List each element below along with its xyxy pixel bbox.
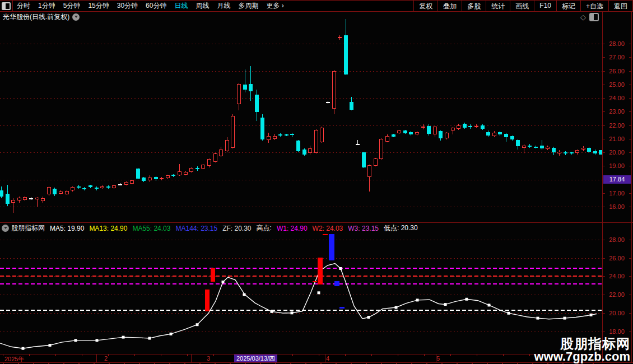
indicator-chart[interactable]	[0, 234, 602, 354]
axis-tick	[629, 139, 631, 139]
price-label: 26.00	[603, 68, 631, 74]
menu-叠加[interactable]: 叠加	[437, 1, 462, 11]
watermark: 股朋指标网 www.7gpzb.com	[534, 337, 630, 363]
menu-返回[interactable]: 返回	[608, 1, 633, 11]
candlestick-chart[interactable]	[0, 17, 602, 222]
date-tick	[134, 354, 135, 356]
candle-body	[160, 178, 164, 179]
gridline	[0, 125, 602, 126]
tab-周线[interactable]: 周线	[192, 1, 213, 11]
candle-body	[534, 147, 538, 148]
menu-复权[interactable]: 复权	[413, 1, 437, 11]
candle-body	[213, 153, 217, 162]
line-marker	[466, 298, 468, 301]
signal-bar	[323, 234, 328, 236]
axis-tick	[603, 258, 605, 259]
date-axis[interactable]: 2025年232025/03/13/四45	[0, 354, 602, 362]
candle-body	[332, 71, 336, 109]
candle-body	[498, 132, 502, 135]
tab-30分钟[interactable]: 30分钟	[113, 1, 142, 11]
candle-body	[0, 190, 3, 197]
menu-标记[interactable]: 标记	[556, 1, 580, 11]
candle-body	[285, 134, 288, 136]
menu-F10[interactable]: F10	[534, 1, 556, 11]
line-marker	[444, 303, 447, 306]
candle-body	[314, 130, 318, 153]
indicator-value-高点: 高点:	[257, 223, 272, 233]
axis-tick	[629, 295, 631, 295]
date-tick	[398, 354, 398, 356]
date-tick	[82, 354, 82, 356]
candle-body	[231, 116, 235, 148]
menu-画线[interactable]: 画线	[510, 1, 534, 11]
split-view-icon[interactable]	[589, 13, 599, 21]
line-marker	[196, 323, 199, 326]
axis-tick	[629, 193, 631, 194]
tab-5分钟[interactable]: 5分钟	[59, 1, 85, 11]
chart-title-bar: 光华股份(日线.前复权) ◇	[0, 12, 601, 22]
tab-月线[interactable]: 月线	[213, 1, 234, 11]
date-tick	[187, 354, 188, 356]
line-marker	[508, 312, 510, 315]
tab-1分钟[interactable]: 1分钟	[34, 1, 59, 11]
chevron-down-icon[interactable]	[72, 13, 80, 21]
signal-bar	[205, 290, 210, 311]
line-marker	[96, 339, 99, 342]
window-layout-button[interactable]	[0, 1, 13, 11]
date-tick	[503, 354, 504, 356]
candle-body	[11, 200, 15, 203]
tab-15分钟[interactable]: 15分钟	[84, 1, 113, 11]
price-axis: 28.0027.0026.0025.0024.0023.0022.0021.00…	[602, 12, 633, 362]
price-label: 25.00	[603, 81, 631, 88]
candle-body	[219, 150, 223, 156]
tab-更多 ›[interactable]: 更多 ›	[262, 1, 287, 11]
date-label: 2	[104, 355, 108, 362]
date-tick	[477, 354, 477, 356]
candle-body	[552, 148, 556, 152]
candle-body	[409, 132, 413, 135]
candle-body	[71, 187, 75, 190]
candle-body	[47, 187, 51, 194]
line-marker	[367, 316, 370, 319]
date-tick	[213, 354, 214, 356]
line-marker	[590, 314, 593, 316]
axis-tick	[629, 125, 631, 126]
candle-body	[397, 130, 401, 133]
indicator-header: 股朋指标网MA5: 19.90MA13: 24.90MA55: 24.03MA1…	[0, 223, 601, 234]
menu-统计[interactable]: 统计	[486, 1, 510, 11]
gridline	[0, 44, 602, 44]
stock-title[interactable]: 光华股份(日线.前复权)	[3, 12, 69, 22]
candle-body	[463, 124, 467, 128]
tab-分时[interactable]: 分时	[13, 1, 34, 11]
menu-多股[interactable]: 多股	[462, 1, 486, 11]
date-tick	[424, 354, 425, 356]
line-marker	[318, 291, 320, 294]
price-label: 24.00	[603, 95, 631, 101]
date-tick	[371, 354, 372, 356]
candle-body	[356, 144, 360, 145]
axis-tick	[603, 207, 605, 207]
indicator-price-label: 18.00	[603, 328, 631, 335]
tab-多周期[interactable]: 多周期	[234, 1, 262, 11]
candle-body	[273, 136, 277, 139]
line-marker	[271, 310, 273, 313]
tab-日线[interactable]: 日线	[170, 1, 192, 11]
indicator-price-label: 28.00	[603, 236, 631, 243]
date-tick	[319, 354, 319, 356]
trading-app-window: 分时1分钟5分钟15分钟30分钟60分钟日线周线月线多周期更多 › 复权叠加多股…	[0, 0, 633, 364]
watermark-site-name: 股朋指标网	[534, 337, 630, 351]
candle-body	[468, 126, 472, 127]
candle-body	[326, 102, 330, 103]
axis-tick	[603, 166, 605, 166]
menu-+自选[interactable]: +自选	[580, 1, 608, 11]
diamond-icon[interactable]: ◇	[580, 13, 586, 21]
line-marker	[22, 347, 25, 350]
indicator-collapse-icon[interactable]	[2, 225, 9, 232]
axis-tick	[603, 57, 605, 58]
candle-body	[278, 134, 282, 136]
candle-body	[59, 192, 63, 194]
tab-60分钟[interactable]: 60分钟	[142, 1, 170, 11]
candle-body	[587, 148, 591, 152]
indicator-value-ZF: ZF: 20.30	[222, 225, 251, 232]
candle-body	[154, 177, 158, 180]
